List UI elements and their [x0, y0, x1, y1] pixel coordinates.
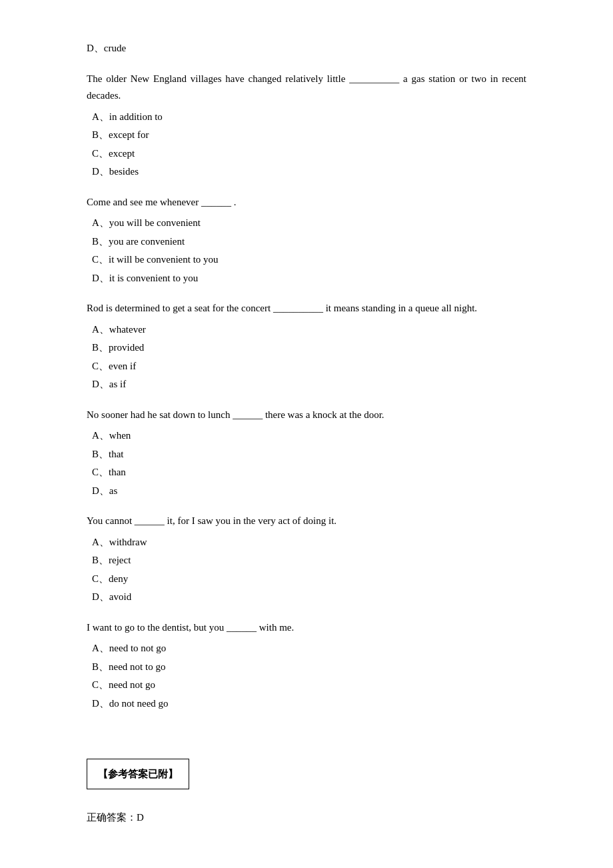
question-3-text: Rod is determined to get a seat for the … — [87, 300, 526, 317]
question-4-option-c: C、than — [92, 464, 526, 481]
page-content: D、crude The older New England villages h… — [87, 40, 526, 825]
question-4-option-d: D、as — [92, 483, 526, 500]
question-0: D、crude — [87, 40, 526, 57]
question-4-option-b: B、that — [92, 446, 526, 463]
question-0-text: D、crude — [87, 40, 526, 57]
question-2: Come and see me whenever ______ . A、you … — [87, 194, 526, 287]
question-5-option-d: D、avoid — [92, 589, 526, 606]
question-6-text: I want to go to the dentist, but you ___… — [87, 619, 526, 637]
answer-section-label: 【参考答案已附】 — [87, 759, 189, 789]
question-1-option-a: A、in addition to — [92, 109, 526, 126]
question-6: I want to go to the dentist, but you ___… — [87, 619, 526, 713]
question-3: Rod is determined to get a seat for the … — [87, 300, 526, 393]
question-6-option-d: D、do not need go — [92, 695, 526, 713]
question-1-option-c: C、except — [92, 145, 526, 163]
question-1: The older New England villages have chan… — [87, 71, 526, 181]
question-6-option-c: C、need not go — [92, 677, 526, 694]
question-4-text: No sooner had he sat down to lunch _____… — [87, 407, 526, 424]
question-1-option-b: B、except for — [92, 127, 526, 144]
question-5-option-a: A、withdraw — [92, 534, 526, 551]
question-2-option-b: B、you are convenient — [92, 233, 526, 251]
question-3-option-a: A、whatever — [92, 321, 526, 339]
question-4-option-a: A、when — [92, 427, 526, 445]
question-5: You cannot ______ it, for I saw you in t… — [87, 513, 526, 606]
question-2-text: Come and see me whenever ______ . — [87, 194, 526, 211]
question-1-text: The older New England villages have chan… — [87, 71, 526, 105]
question-3-option-b: B、provided — [92, 339, 526, 357]
question-5-option-c: C、deny — [92, 571, 526, 588]
question-2-option-d: D、it is convenient to you — [92, 270, 526, 287]
question-5-text: You cannot ______ it, for I saw you in t… — [87, 513, 526, 530]
question-2-option-a: A、you will be convenient — [92, 215, 526, 232]
question-2-option-c: C、it will be convenient to you — [92, 251, 526, 269]
question-3-option-c: C、even if — [92, 358, 526, 375]
question-6-option-b: B、need not to go — [92, 659, 526, 676]
question-6-option-a: A、need to not go — [92, 640, 526, 657]
question-4: No sooner had he sat down to lunch _____… — [87, 407, 526, 500]
question-1-option-d: D、besides — [92, 163, 526, 181]
question-5-option-b: B、reject — [92, 552, 526, 569]
answer-area: 【参考答案已附】 正确答案：D — [87, 732, 526, 825]
correct-answer: 正确答案：D — [87, 809, 526, 825]
question-3-option-d: D、as if — [92, 376, 526, 393]
